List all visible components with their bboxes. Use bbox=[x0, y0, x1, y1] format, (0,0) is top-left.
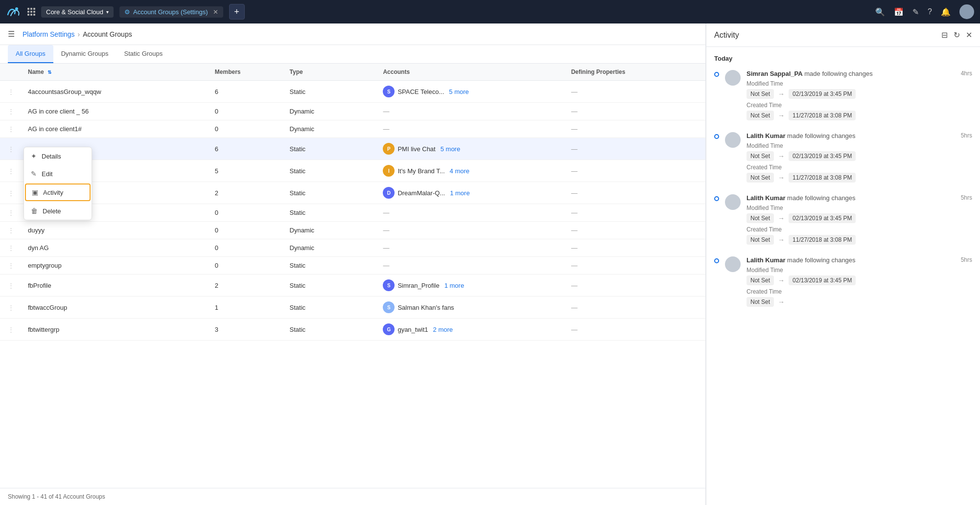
account-avatar: I bbox=[383, 165, 395, 177]
bell-icon[interactable]: 🔔 bbox=[941, 7, 951, 17]
col-header-type[interactable]: Type bbox=[284, 64, 377, 81]
activity-item: Lalith Kumar made following changes 5hrs… bbox=[714, 194, 972, 245]
props-cell: — bbox=[565, 275, 705, 297]
name-sort-icon[interactable]: ⇅ bbox=[47, 69, 51, 75]
activity-item-header: Simran Sappal_PA made following changes … bbox=[747, 70, 972, 77]
table-header-row: Name ⇅ Members Type Accounts bbox=[0, 64, 705, 81]
drag-handle-cell: ⋮ bbox=[0, 275, 22, 297]
breadcrumb-platform-settings[interactable]: Platform Settings bbox=[23, 30, 75, 38]
activity-user-action: Lalith Kumar made following changes bbox=[747, 256, 856, 264]
drag-handle-icon[interactable]: ⋮ bbox=[6, 145, 16, 153]
activity-header-actions: ⊟ ↻ ✕ bbox=[941, 30, 972, 40]
accounts-cell: D DreamMalar-Q... 1 more bbox=[377, 182, 565, 204]
change-arrow-icon: → bbox=[778, 112, 785, 119]
drag-handle-icon[interactable]: ⋮ bbox=[6, 262, 16, 269]
table-row: ⋮ emptygroup 0 Static — — bbox=[0, 257, 705, 275]
accounts-more-link[interactable]: 1 more bbox=[450, 189, 469, 197]
change-to-badge: 02/13/2019 at 3:45 PM bbox=[789, 151, 856, 161]
app-logo[interactable] bbox=[6, 4, 22, 20]
activity-time: 5hrs bbox=[961, 256, 972, 263]
svg-point-0 bbox=[15, 7, 18, 10]
table-row: ⋮ fbProfile 2 Static S Simran_Profile 1 … bbox=[0, 275, 705, 297]
help-icon[interactable]: ? bbox=[928, 7, 932, 16]
activity-filter-icon[interactable]: ⊟ bbox=[941, 30, 948, 40]
drag-handle-icon[interactable]: ⋮ bbox=[6, 304, 16, 311]
accounts-more-link[interactable]: 2 more bbox=[433, 326, 453, 333]
search-icon[interactable]: 🔍 bbox=[875, 7, 885, 17]
accounts-more-link[interactable]: 5 more bbox=[449, 88, 468, 95]
activity-change-row: Not Set → bbox=[747, 297, 972, 307]
calendar-icon[interactable]: 📅 bbox=[894, 7, 904, 17]
group-name-cell: emptygroup bbox=[22, 257, 209, 275]
activity-action-text: made following changes bbox=[787, 194, 855, 202]
add-tab-button[interactable]: + bbox=[229, 4, 245, 20]
group-type: Static bbox=[290, 189, 306, 197]
col-header-members[interactable]: Members bbox=[209, 64, 284, 81]
context-icon-details: ✦ bbox=[31, 152, 37, 160]
app-name-button[interactable]: Core & Social Cloud ▾ bbox=[41, 6, 114, 18]
context-menu-item-details[interactable]: ✦Details bbox=[24, 147, 92, 165]
context-menu-item-delete[interactable]: 🗑Delete bbox=[24, 202, 92, 220]
account-avatar: S bbox=[383, 301, 395, 313]
hamburger-icon[interactable]: ☰ bbox=[8, 29, 15, 39]
activity-change-row: Not Set → 11/27/2018 at 3:08 PM bbox=[747, 111, 972, 120]
props-dash: — bbox=[571, 262, 578, 269]
status-bar: Showing 1 - 41 of 41 Account Groups bbox=[0, 488, 705, 505]
type-cell: Dynamic bbox=[284, 222, 377, 239]
accounts-cell: — bbox=[377, 204, 565, 222]
activity-change-row: Not Set → 02/13/2019 at 3:45 PM bbox=[747, 89, 972, 99]
change-from-badge: Not Set bbox=[747, 111, 774, 120]
grid-icon[interactable] bbox=[27, 8, 35, 16]
col-header-name[interactable]: Name ⇅ bbox=[22, 64, 209, 81]
edit-icon[interactable]: ✎ bbox=[912, 7, 919, 17]
groups-table: Name ⇅ Members Type Accounts bbox=[0, 64, 705, 341]
context-menu-item-activity[interactable]: ▣Activity bbox=[25, 184, 91, 201]
props-cell: — bbox=[565, 81, 705, 103]
drag-handle-icon[interactable]: ⋮ bbox=[6, 189, 16, 197]
tab-close-icon[interactable]: ✕ bbox=[213, 8, 218, 16]
props-cell: — bbox=[565, 257, 705, 275]
drag-handle-icon[interactable]: ⋮ bbox=[6, 108, 16, 115]
tab-dynamic-groups[interactable]: Dynamic Groups bbox=[53, 45, 117, 63]
drag-handle-icon[interactable]: ⋮ bbox=[6, 209, 16, 216]
accounts-cell: S Simran_Profile 1 more bbox=[377, 275, 565, 297]
members-cell: 2 bbox=[209, 182, 284, 204]
activity-close-icon[interactable]: ✕ bbox=[966, 30, 972, 40]
drag-handle-icon[interactable]: ⋮ bbox=[6, 244, 16, 252]
accounts-cell: P PMI live Chat 5 more bbox=[377, 138, 565, 160]
members-cell: 2 bbox=[209, 275, 284, 297]
activity-time: 5hrs bbox=[961, 194, 972, 201]
account-avatar: S bbox=[383, 279, 395, 291]
change-from-badge: Not Set bbox=[747, 151, 774, 161]
tab-static-groups[interactable]: Static Groups bbox=[117, 45, 171, 63]
accounts-more-link[interactable]: 5 more bbox=[441, 145, 460, 153]
drag-handle-icon[interactable]: ⋮ bbox=[6, 88, 16, 95]
members-count: 0 bbox=[215, 209, 218, 216]
drag-handle-icon[interactable]: ⋮ bbox=[6, 326, 16, 333]
user-avatar[interactable] bbox=[959, 4, 974, 19]
change-to-badge: 11/27/2018 at 3:08 PM bbox=[789, 173, 856, 183]
tab-all-groups[interactable]: All Groups bbox=[8, 45, 53, 63]
col-header-accounts[interactable]: Accounts bbox=[377, 64, 565, 81]
drag-handle-icon[interactable]: ⋮ bbox=[6, 125, 16, 133]
members-count: 6 bbox=[215, 88, 218, 95]
drag-handle-icon[interactable]: ⋮ bbox=[6, 282, 16, 289]
accounts-more-link[interactable]: 4 more bbox=[450, 167, 469, 175]
drag-handle-icon[interactable]: ⋮ bbox=[6, 167, 16, 175]
group-type: Static bbox=[290, 145, 306, 153]
col-header-props[interactable]: Defining Properties bbox=[565, 64, 705, 81]
context-menu-item-edit[interactable]: ✎Edit bbox=[24, 165, 92, 183]
accounts-more-link[interactable]: 1 more bbox=[444, 282, 464, 289]
active-nav-tab[interactable]: ⚙ Account Groups (Settings) ✕ bbox=[119, 6, 223, 18]
members-count: 5 bbox=[215, 167, 218, 175]
group-name: 4accountsasGroup_wqqw bbox=[28, 88, 101, 95]
change-from-badge: Not Set bbox=[747, 173, 774, 183]
group-tabs: All Groups Dynamic Groups Static Groups bbox=[0, 45, 705, 64]
type-cell: Static bbox=[284, 275, 377, 297]
account-name: gyan_twit1 bbox=[397, 326, 428, 333]
drag-handle-icon[interactable]: ⋮ bbox=[6, 227, 16, 234]
context-label: Details bbox=[42, 153, 61, 160]
group-type: Dynamic bbox=[290, 125, 315, 133]
activity-refresh-icon[interactable]: ↻ bbox=[954, 30, 960, 40]
group-name-cell: duyyy bbox=[22, 222, 209, 239]
